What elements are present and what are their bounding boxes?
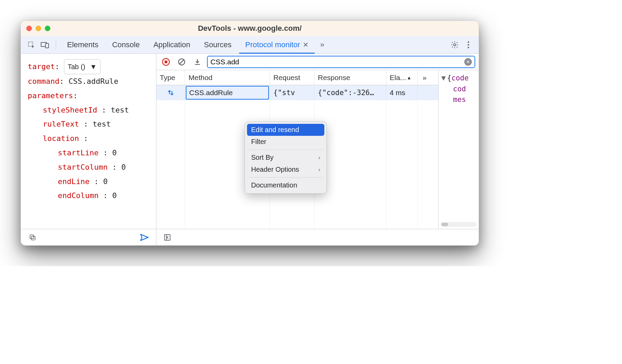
col-request[interactable]: Request [270, 70, 314, 85]
traffic-lights [26, 26, 50, 31]
menu-documentation[interactable]: Documentation [247, 179, 324, 191]
panel-body: target: Tab () ▼ command: CSS.addRule pa… [21, 54, 479, 245]
table-header: Type Method Request Response Ela...▲ » [156, 70, 438, 85]
minimize-window-button[interactable] [36, 26, 41, 31]
svg-point-5 [468, 44, 469, 45]
tab-sources[interactable]: Sources [198, 36, 238, 54]
sort-asc-icon: ▲ [407, 75, 412, 80]
col-method[interactable]: Method [185, 70, 270, 85]
tab-console[interactable]: Console [106, 36, 146, 54]
response-detail-panel[interactable]: ▼{code cod mes [438, 70, 479, 229]
menu-separator [248, 150, 323, 150]
collapse-toggle-icon[interactable]: ▼ [441, 74, 446, 82]
svg-point-3 [454, 43, 456, 46]
request-cell: {"stv [270, 85, 314, 100]
menu-separator [248, 177, 323, 178]
devtools-tabbar: Elements Console Application Sources Pro… [21, 36, 479, 54]
download-icon[interactable] [191, 56, 204, 68]
filter-search[interactable]: ✕ [207, 56, 475, 68]
col-elapsed[interactable]: Ela...▲ [386, 70, 418, 85]
editor-footer [21, 229, 156, 245]
settings-gear-icon[interactable] [449, 39, 461, 51]
tab-application[interactable]: Application [147, 36, 196, 54]
clear-search-icon[interactable]: ✕ [464, 58, 472, 66]
command-editor[interactable]: target: Tab () ▼ command: CSS.addRule pa… [21, 54, 156, 229]
selected-method-cell: CSS.addRule [186, 86, 269, 100]
search-input[interactable] [210, 58, 462, 66]
target-label: target [28, 62, 55, 71]
parameters-label: parameters [28, 91, 73, 100]
log-footer [156, 229, 479, 245]
menu-header-options[interactable]: Header Options› [247, 164, 324, 176]
chevron-down-icon: ▼ [90, 60, 97, 73]
elapsed-cell: 4 ms [386, 85, 418, 100]
close-window-button[interactable] [26, 26, 32, 31]
copy-icon[interactable] [26, 231, 39, 244]
titlebar: DevTools - www.google.com/ [21, 21, 479, 36]
close-tab-icon[interactable]: ✕ [303, 41, 309, 49]
svg-line-12 [179, 60, 184, 64]
menu-filter[interactable]: Filter [247, 136, 324, 148]
send-receive-icon [167, 89, 174, 96]
col-type[interactable]: Type [156, 70, 185, 85]
col-response[interactable]: Response [314, 70, 386, 85]
separator [56, 40, 56, 50]
clear-log-icon[interactable] [176, 56, 188, 68]
kebab-menu-icon[interactable] [462, 39, 475, 51]
menu-edit-resend[interactable]: Edit and resend [247, 124, 324, 136]
more-tabs-icon[interactable]: » [316, 39, 328, 51]
chevron-right-icon: › [319, 155, 320, 161]
svg-rect-8 [30, 235, 34, 238]
send-button[interactable] [138, 231, 151, 244]
table-row[interactable]: CSS.addRule {"stv {"code":-326… 4 ms [156, 85, 438, 100]
response-cell: {"code":-326… [314, 85, 386, 100]
svg-rect-7 [31, 236, 35, 240]
svg-point-4 [468, 41, 469, 42]
tab-protocol-monitor[interactable]: Protocol monitor ✕ [239, 36, 315, 54]
log-toolbar: ✕ [156, 54, 479, 70]
horizontal-scrollbar[interactable] [441, 222, 477, 227]
context-menu: Edit and resend Filter Sort By› Header O… [245, 121, 327, 194]
window-title: DevTools - www.google.com/ [21, 24, 479, 33]
command-value: CSS.addRule [68, 77, 118, 86]
tab-elements[interactable]: Elements [61, 36, 105, 54]
svg-rect-10 [165, 61, 167, 63]
protocol-log-panel: ✕ Type Method Request Response Ela...▲ » [156, 54, 479, 245]
menu-sort-by[interactable]: Sort By› [247, 152, 324, 164]
toggle-drawer-icon[interactable] [161, 231, 173, 244]
svg-rect-2 [46, 43, 49, 48]
devtools-window: DevTools - www.google.com/ Elements Cons… [21, 21, 479, 246]
zoom-window-button[interactable] [45, 26, 50, 31]
chevron-right-icon: › [319, 167, 320, 173]
target-select[interactable]: Tab () ▼ [64, 59, 101, 74]
record-button[interactable] [160, 56, 172, 68]
more-columns-icon[interactable]: » [418, 70, 431, 85]
svg-point-6 [468, 47, 469, 48]
device-toolbar-icon[interactable] [39, 39, 51, 51]
command-editor-panel: target: Tab () ▼ command: CSS.addRule pa… [21, 54, 156, 245]
command-label: command [28, 77, 60, 86]
inspect-element-icon[interactable] [25, 39, 37, 51]
